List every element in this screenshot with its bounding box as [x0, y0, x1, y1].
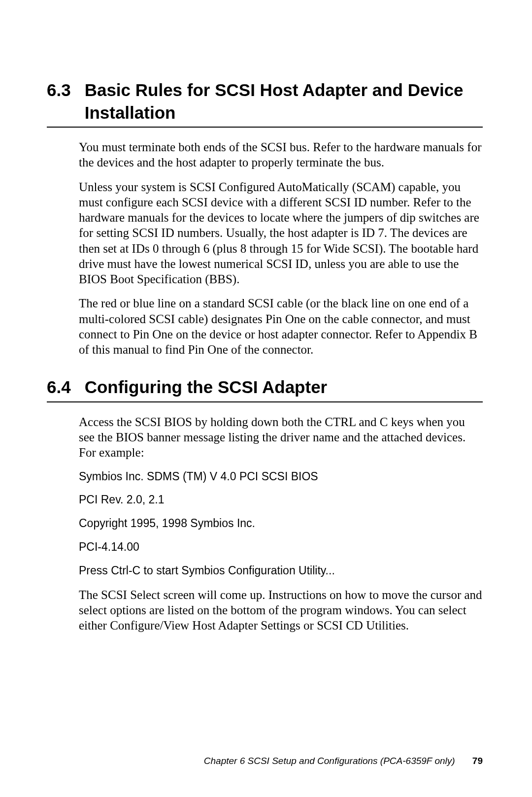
section-title: Configuring the SCSI Adapter [85, 376, 483, 398]
footer-text: Chapter 6 SCSI Setup and Configurations … [204, 756, 455, 766]
section-title: Basic Rules for SCSI Host Adapter and De… [85, 79, 483, 124]
page-number: 79 [458, 756, 483, 766]
section-number: 6.4 [47, 376, 85, 398]
paragraph: The SCSI Select screen will come up. Ins… [79, 587, 483, 633]
paragraph: You must terminate both ends of the SCSI… [79, 139, 483, 170]
paragraph: The red or blue line on a standard SCSI … [79, 296, 483, 357]
paragraph: Unless your system is SCSI Configured Au… [79, 179, 483, 287]
page-footer: Chapter 6 SCSI Setup and Configurations … [204, 756, 483, 766]
bios-line: Copyright 1995, 1998 Symbios Inc. [79, 516, 483, 531]
bios-line: Press Ctrl-C to start Symbios Configurat… [79, 564, 483, 578]
section-6-4: 6.4 Configuring the SCSI Adapter Access … [47, 376, 483, 633]
section-6-3: 6.3 Basic Rules for SCSI Host Adapter an… [47, 79, 483, 357]
bios-line: PCI-4.14.00 [79, 540, 483, 555]
bios-line: Symbios Inc. SDMS (TM) V 4.0 PCI SCSI BI… [79, 469, 483, 484]
section-number: 6.3 [47, 79, 85, 101]
bios-line: PCI Rev. 2.0, 2.1 [79, 493, 483, 507]
section-heading-6-3: 6.3 Basic Rules for SCSI Host Adapter an… [47, 79, 483, 128]
paragraph: Access the SCSI BIOS by holding down bot… [79, 414, 483, 461]
section-heading-6-4: 6.4 Configuring the SCSI Adapter [47, 376, 483, 402]
